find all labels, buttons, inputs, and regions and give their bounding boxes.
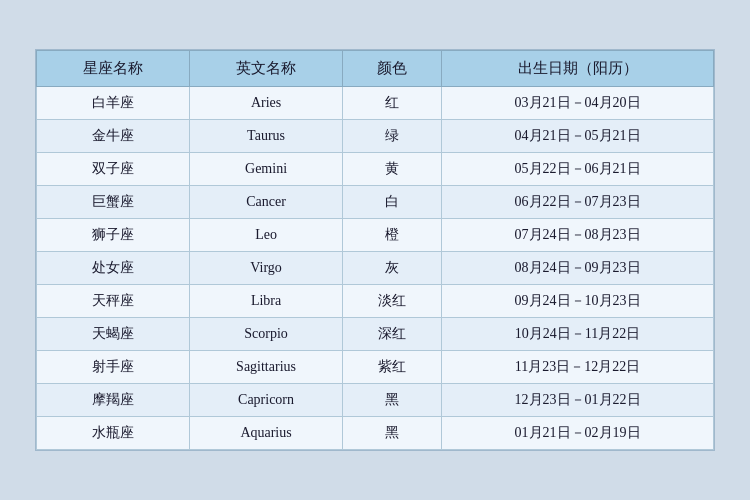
cell-color: 紫红: [343, 351, 442, 384]
cell-dates: 06月22日－07月23日: [442, 186, 714, 219]
cell-chinese-name: 狮子座: [37, 219, 190, 252]
table-row: 金牛座Taurus绿04月21日－05月21日: [37, 120, 714, 153]
cell-dates: 03月21日－04月20日: [442, 87, 714, 120]
cell-english-name: Sagittarius: [190, 351, 343, 384]
cell-color: 深红: [343, 318, 442, 351]
cell-color: 红: [343, 87, 442, 120]
cell-dates: 11月23日－12月22日: [442, 351, 714, 384]
cell-dates: 12月23日－01月22日: [442, 384, 714, 417]
cell-chinese-name: 白羊座: [37, 87, 190, 120]
cell-chinese-name: 双子座: [37, 153, 190, 186]
header-english-name: 英文名称: [190, 51, 343, 87]
zodiac-table-container: 星座名称 英文名称 颜色 出生日期（阳历） 白羊座Aries红03月21日－04…: [35, 49, 715, 451]
table-row: 双子座Gemini黄05月22日－06月21日: [37, 153, 714, 186]
header-chinese-name: 星座名称: [37, 51, 190, 87]
cell-dates: 05月22日－06月21日: [442, 153, 714, 186]
table-row: 白羊座Aries红03月21日－04月20日: [37, 87, 714, 120]
cell-dates: 01月21日－02月19日: [442, 417, 714, 450]
cell-chinese-name: 摩羯座: [37, 384, 190, 417]
cell-english-name: Cancer: [190, 186, 343, 219]
table-row: 处女座Virgo灰08月24日－09月23日: [37, 252, 714, 285]
cell-english-name: Libra: [190, 285, 343, 318]
cell-color: 橙: [343, 219, 442, 252]
cell-english-name: Scorpio: [190, 318, 343, 351]
cell-color: 黄: [343, 153, 442, 186]
cell-color: 黑: [343, 384, 442, 417]
table-body: 白羊座Aries红03月21日－04月20日金牛座Taurus绿04月21日－0…: [37, 87, 714, 450]
cell-english-name: Gemini: [190, 153, 343, 186]
table-header-row: 星座名称 英文名称 颜色 出生日期（阳历）: [37, 51, 714, 87]
cell-dates: 10月24日－11月22日: [442, 318, 714, 351]
cell-chinese-name: 天秤座: [37, 285, 190, 318]
table-row: 狮子座Leo橙07月24日－08月23日: [37, 219, 714, 252]
zodiac-table: 星座名称 英文名称 颜色 出生日期（阳历） 白羊座Aries红03月21日－04…: [36, 50, 714, 450]
table-row: 天蝎座Scorpio深红10月24日－11月22日: [37, 318, 714, 351]
cell-color: 黑: [343, 417, 442, 450]
cell-color: 淡红: [343, 285, 442, 318]
cell-english-name: Aries: [190, 87, 343, 120]
cell-dates: 09月24日－10月23日: [442, 285, 714, 318]
header-dates: 出生日期（阳历）: [442, 51, 714, 87]
cell-dates: 08月24日－09月23日: [442, 252, 714, 285]
table-row: 天秤座Libra淡红09月24日－10月23日: [37, 285, 714, 318]
cell-english-name: Virgo: [190, 252, 343, 285]
cell-chinese-name: 金牛座: [37, 120, 190, 153]
cell-english-name: Taurus: [190, 120, 343, 153]
cell-color: 灰: [343, 252, 442, 285]
cell-english-name: Leo: [190, 219, 343, 252]
table-row: 巨蟹座Cancer白06月22日－07月23日: [37, 186, 714, 219]
cell-dates: 04月21日－05月21日: [442, 120, 714, 153]
cell-chinese-name: 射手座: [37, 351, 190, 384]
cell-chinese-name: 天蝎座: [37, 318, 190, 351]
cell-english-name: Capricorn: [190, 384, 343, 417]
table-row: 摩羯座Capricorn黑12月23日－01月22日: [37, 384, 714, 417]
cell-chinese-name: 水瓶座: [37, 417, 190, 450]
cell-color: 白: [343, 186, 442, 219]
table-row: 水瓶座Aquarius黑01月21日－02月19日: [37, 417, 714, 450]
table-row: 射手座Sagittarius紫红11月23日－12月22日: [37, 351, 714, 384]
cell-dates: 07月24日－08月23日: [442, 219, 714, 252]
header-color: 颜色: [343, 51, 442, 87]
cell-english-name: Aquarius: [190, 417, 343, 450]
cell-color: 绿: [343, 120, 442, 153]
cell-chinese-name: 巨蟹座: [37, 186, 190, 219]
cell-chinese-name: 处女座: [37, 252, 190, 285]
